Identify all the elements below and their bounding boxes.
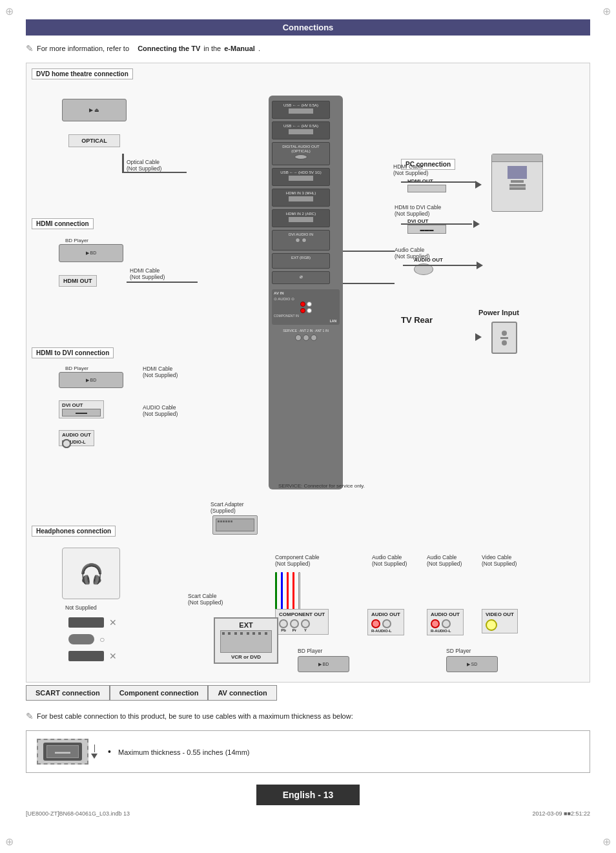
note-end-1: . xyxy=(258,45,260,52)
component-out-box: COMPONENT OUT Pb Pr Y xyxy=(275,609,329,635)
bd-player-hdmi: ▶ BD xyxy=(59,244,123,262)
hdmi-dvi-section-label: HDMI to DVI connection xyxy=(32,347,114,358)
component-lines xyxy=(275,572,320,611)
dvd-player-device: ▶ ⏏ ● xyxy=(62,99,65,103)
arrow-audio-pc xyxy=(477,262,483,269)
component-line-3 xyxy=(287,572,289,611)
bd-player-comp-shape: ▶ BD xyxy=(298,656,349,672)
usb-slot-3 xyxy=(288,175,314,181)
audio-pc-line xyxy=(403,265,477,266)
dvd-section-label: DVD home theatre connection xyxy=(32,68,133,79)
av-tab: AV connection xyxy=(208,685,276,701)
video-out-box: VIDEO OUT xyxy=(482,609,518,633)
bd-player-comp: BD Player ▶ BD xyxy=(298,648,349,672)
tv-rear-label: TV Rear xyxy=(401,315,433,325)
hdmi2-slot xyxy=(288,216,314,223)
hdmi-pc-line xyxy=(401,181,475,183)
arrow-power-input xyxy=(475,333,482,341)
headphone-device: 🎧 xyxy=(62,548,120,599)
dvi-connector-shape: ▬▬▬ xyxy=(62,409,101,416)
vcr-dvd-label: VCR or DVD xyxy=(220,654,272,660)
thickness-text: Maximum thickness - 0.55 inches (14mm) xyxy=(118,748,250,756)
audio-out-av-box: AUDIO OUT R-AUDIO-L xyxy=(427,609,464,635)
connector-options: ✕ ○ ✕ xyxy=(68,617,117,661)
ext-box: EXT VCR or DVD xyxy=(214,617,278,664)
hdmi2-line-h xyxy=(343,283,395,284)
arrow-thickness xyxy=(91,745,98,759)
optical-connector-box: OPTICAL xyxy=(68,134,120,147)
hdmi-out-pc-label: HDMI OUT xyxy=(407,178,446,192)
port-hdmi2: HDMI IN 2 (ARC) xyxy=(272,209,330,227)
bd-player-label-1: BD Player xyxy=(65,238,88,244)
audio-circle-r xyxy=(62,439,71,448)
audio-out-comp-circles xyxy=(371,619,400,628)
scart-adapter-label: Scart Adapter(Supplied) xyxy=(210,501,244,514)
page: ⊕ ⊕ ⊕ ⊕ Connections ✎ For more informati… xyxy=(0,0,616,853)
note-text-2: For best cable connection to this produc… xyxy=(37,712,353,720)
ext-connector-pins xyxy=(220,630,272,653)
pc-top-bar xyxy=(492,154,542,162)
note-text-1: For more information, refer to xyxy=(37,45,129,52)
port-hdmi3: HDMI IN 3 (MHL) xyxy=(272,189,330,207)
hdmi3-slot xyxy=(288,196,314,202)
footer-meta-right: 2012-03-09 ■■2:51:22 xyxy=(533,810,590,817)
hdmi-out-pc-shape xyxy=(407,185,446,192)
note-mid-1: in the xyxy=(203,45,221,52)
cross-icon-1: ✕ xyxy=(109,617,117,628)
scart-tab: SCART connection xyxy=(26,685,110,701)
av-in-area: AV IN ⊙ AUDIO ⊙ COMPONENT IN LAN xyxy=(272,289,340,325)
lan-label: LAN xyxy=(274,319,338,323)
audio-out-av-circles xyxy=(431,619,460,628)
port-digital-audio: DIGITAL AUDIO OUT (OPTICAL) xyxy=(272,142,330,165)
arrow-hdmi-pc xyxy=(475,181,482,189)
connections-header: Connections xyxy=(26,19,590,36)
component-cables-area: Component Cable(Not Supplied) xyxy=(275,554,320,611)
not-supplied-label: Not Supplied xyxy=(65,604,97,611)
hdmi-section-label: HDMI connection xyxy=(32,218,94,229)
port-headphone: ⌀ xyxy=(272,271,330,284)
audio-cable-pc-label: Audio Cable(Not Supplied) xyxy=(395,247,429,260)
component-line-4 xyxy=(293,572,294,611)
video-out-circle xyxy=(486,619,514,631)
hdmi3-line-h xyxy=(343,251,395,252)
reg-mark-br: ⊕ xyxy=(602,836,611,848)
service-label: SERVICE: Connector for service only. xyxy=(278,483,365,489)
conn-option-1: ✕ xyxy=(68,617,117,628)
note-line-1: ✎ For more information, refer to Connect… xyxy=(26,43,590,54)
conn-plug-2 xyxy=(68,634,94,644)
circle-icon-1: ○ xyxy=(99,634,105,644)
scart-cable-label: Scart Cable(Not Supplied) xyxy=(188,593,223,606)
diagram-area: DVD home theatre connection ▶ ⏏ ● OPTICA… xyxy=(26,63,590,683)
conn-plug-3 xyxy=(68,651,104,661)
usb-slot-2 xyxy=(288,128,314,135)
note-line-2: ✎ For best cable connection to this prod… xyxy=(26,711,590,721)
tv-center-panel: USB ←→ (HV 0.5A) USB ←→ (HV 0.5A) DIGITA… xyxy=(269,96,343,489)
port-usb-2: USB ←→ (HV 0.5A) xyxy=(272,121,330,139)
r-audio-l-comp: R-AUDIO-L xyxy=(371,629,400,633)
ant-connectors xyxy=(295,334,317,341)
cable-note-box: ▬▬▬ • Maximum thickness - 0.55 inches (1… xyxy=(26,730,590,773)
footer-meta-left: [UE8000-ZT]BN68-04061G_L03.indb 13 xyxy=(26,810,130,817)
cable-shape: ▬▬▬ xyxy=(37,739,88,765)
hdmi-cable-line-1 xyxy=(127,282,198,283)
component-out-circles: Pb Pr Y xyxy=(279,619,325,632)
optical-cable-v xyxy=(122,154,124,173)
note-icon-1: ✎ xyxy=(26,43,34,54)
conn-option-2: ○ xyxy=(68,634,117,644)
conn-plug-1 xyxy=(68,617,104,628)
component-line-1 xyxy=(275,572,277,611)
hdmi-out-box: HDMI OUT xyxy=(59,275,97,287)
note-icon-2: ✎ xyxy=(26,711,34,721)
bottom-connectors-row: SERVICE · ANT 2 IN · ANT 1 IN xyxy=(272,329,340,341)
hdmi-dvi-cable-label: HDMI Cable(Not Supplied) xyxy=(143,365,178,378)
optical-hole xyxy=(294,154,307,159)
footer-text: English - 13 xyxy=(283,790,334,800)
optical-cable-label: Optical Cable(Not Supplied) xyxy=(127,159,161,172)
power-input-shape xyxy=(491,322,517,354)
port-usb-1: USB ←→ (HV 0.5A) xyxy=(272,101,330,119)
port-usb-3: USB ←→ (HDD 5V 1G) xyxy=(272,168,330,186)
audio-cable-label-dvi: AUDIO Cable(Not Supplied) xyxy=(143,404,178,417)
component-line-5 xyxy=(298,572,300,611)
conn-option-3: ✕ xyxy=(68,651,117,661)
bottom-bar: SCART connection Component connection AV… xyxy=(26,685,590,701)
